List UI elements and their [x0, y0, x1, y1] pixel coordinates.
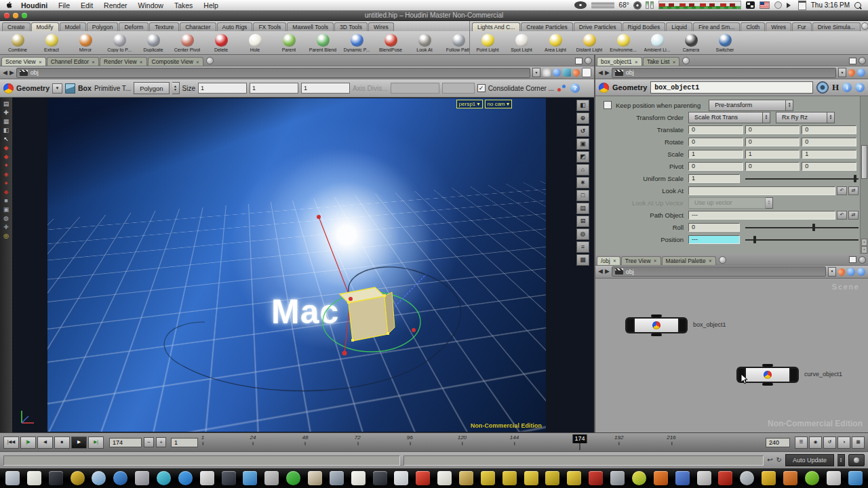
transport-button[interactable]: ◀: [37, 436, 53, 449]
pane-tab[interactable]: Composite View: [148, 57, 203, 66]
shelf-tool[interactable]: Distant Light: [574, 34, 605, 52]
gear-menu-icon[interactable]: [816, 81, 829, 94]
cpu-graph-icon[interactable]: [658, 1, 741, 9]
x-field[interactable]: 0: [688, 162, 743, 171]
op-jump-icon[interactable]: ↶: [837, 211, 847, 220]
node-flag-right[interactable]: [679, 319, 686, 331]
range-end-field[interactable]: 240: [766, 438, 790, 447]
menu-item[interactable]: Help: [203, 1, 218, 9]
range-start-field[interactable]: 1: [171, 438, 198, 447]
shelf-tab[interactable]: Drive Simula...: [812, 22, 861, 31]
dock-app-icon[interactable]: [654, 471, 668, 485]
transport-button[interactable]: ▶|: [88, 436, 104, 449]
shelf-tool[interactable]: Mirror: [70, 34, 101, 52]
menu-item[interactable]: Takes: [174, 1, 193, 9]
viewport-tool-icon[interactable]: ▣: [3, 207, 9, 213]
shelf-tab[interactable]: Wires: [766, 22, 791, 31]
dock-app-icon[interactable]: [718, 471, 732, 485]
calendar-icon[interactable]: [798, 1, 806, 10]
dock-app-icon[interactable]: [545, 471, 559, 485]
dock-app-icon[interactable]: [92, 471, 106, 485]
viewport-tool-icon[interactable]: ▦: [3, 119, 9, 125]
timeline-ruler[interactable]: 124487296120144192216 174: [203, 433, 761, 451]
dock-app-icon[interactable]: [286, 471, 300, 485]
dock-app-icon[interactable]: [243, 471, 257, 485]
position-field[interactable]: ---: [688, 235, 740, 244]
context-dropdown-icon[interactable]: ▼: [52, 83, 62, 94]
spaces-icon[interactable]: [746, 1, 755, 9]
dock-app-icon[interactable]: [610, 471, 625, 485]
auto-update-select[interactable]: Auto Update: [785, 454, 834, 466]
pin-icon[interactable]: [847, 68, 856, 77]
back-icon[interactable]: ◀: [598, 70, 603, 76]
primitive-type-stepper[interactable]: ▲▼: [172, 82, 180, 94]
op-select-icon[interactable]: ⇄: [848, 186, 859, 195]
menu-item[interactable]: File: [58, 1, 70, 9]
volume-icon[interactable]: [787, 3, 793, 8]
shelf-tab[interactable]: Create: [2, 22, 31, 31]
dock-app-icon[interactable]: [27, 471, 41, 485]
shelf-tool[interactable]: Combine: [2, 34, 33, 52]
pretransform-select[interactable]: Pre-transform: [709, 100, 786, 111]
back-icon[interactable]: ◀: [3, 70, 7, 76]
viewport-tool-icon[interactable]: ✚: [3, 224, 9, 230]
path-field[interactable]: obj: [612, 68, 836, 78]
path-dropdown-icon[interactable]: ▼: [838, 68, 846, 77]
path-field[interactable]: obj: [16, 68, 530, 78]
shelf-tab[interactable]: Fur: [792, 22, 812, 31]
shelf-tool[interactable]: BlendPose: [375, 34, 406, 52]
dock-app-icon[interactable]: [416, 471, 430, 485]
fill-view-icon[interactable]: [563, 68, 571, 77]
shelf-tab[interactable]: Wires: [368, 22, 394, 31]
viewport-control-icon[interactable]: ◧: [576, 100, 589, 111]
menu-item[interactable]: Window: [138, 1, 163, 9]
viewport-tool-icon[interactable]: ↖: [3, 136, 9, 142]
shelf-tab[interactable]: 3D Tools: [334, 22, 368, 31]
viewport-control-icon[interactable]: ⊕: [576, 113, 589, 124]
shelf-tab[interactable]: FX Tools: [253, 22, 286, 31]
tool-help-icon[interactable]: ?: [570, 83, 580, 93]
dock-app-icon[interactable]: [49, 471, 63, 485]
viewport-control-icon[interactable]: ▤: [576, 203, 589, 214]
shelf-tab[interactable]: Drive Particles: [574, 22, 622, 31]
scrollbar-thumb[interactable]: [861, 145, 867, 179]
spotlight-icon[interactable]: [854, 2, 861, 9]
viewport-control-icon[interactable]: ▩: [576, 254, 589, 266]
pane-link-icon[interactable]: [847, 268, 855, 276]
menu-item[interactable]: Render: [104, 1, 127, 9]
dock-app-icon[interactable]: [264, 471, 279, 485]
viewport-tool-icon[interactable]: ◧: [3, 127, 9, 134]
transport-button[interactable]: |▶: [20, 436, 36, 449]
render-scene[interactable]: Mac: [47, 98, 546, 432]
viewport-tool-icon[interactable]: ◍: [3, 216, 9, 222]
viewport-control-icon[interactable]: ◩: [576, 151, 589, 163]
camera-menu-tag[interactable]: persp1 ▾: [456, 100, 483, 108]
dock-app-icon[interactable]: [783, 471, 797, 485]
dock-app-icon[interactable]: [848, 471, 863, 485]
shelf-tab[interactable]: Cloth: [741, 22, 765, 31]
dock-app-icon[interactable]: [200, 471, 214, 485]
frame-increment-button[interactable]: +: [156, 437, 166, 447]
add-pane-tab-icon[interactable]: [719, 256, 726, 264]
add-pane-tab-icon[interactable]: [206, 57, 214, 64]
viewport-control-icon[interactable]: ∗: [576, 177, 589, 188]
rotate-order-stepper[interactable]: ▲▼: [827, 112, 835, 123]
shelf-tab[interactable]: Auto Rigs: [217, 22, 253, 31]
transport-button[interactable]: |◀◀: [3, 436, 19, 449]
viewport-tool-icon[interactable]: ◈: [4, 171, 9, 178]
pin-icon[interactable]: [837, 266, 846, 276]
x-field[interactable]: 0: [688, 138, 743, 146]
points-tool-icon[interactable]: [557, 83, 568, 93]
shelf-tab[interactable]: Character: [180, 22, 216, 31]
look-at-field[interactable]: [688, 186, 835, 195]
pretransform-stepper[interactable]: ▲▼: [786, 100, 793, 111]
dock-app-icon[interactable]: [437, 471, 452, 485]
shelf-tool[interactable]: Environme...: [608, 34, 639, 52]
playback-option-button[interactable]: ▦: [852, 436, 865, 449]
viewport-tool-icon[interactable]: ✚: [3, 110, 9, 116]
pane-tab[interactable]: Scene View: [1, 57, 46, 66]
shelf-tab[interactable]: Rigid Bodies: [623, 22, 666, 31]
dock-app-icon[interactable]: [157, 471, 171, 485]
roll-field[interactable]: 0: [688, 223, 740, 232]
size-z-field[interactable]: 1: [301, 83, 350, 94]
